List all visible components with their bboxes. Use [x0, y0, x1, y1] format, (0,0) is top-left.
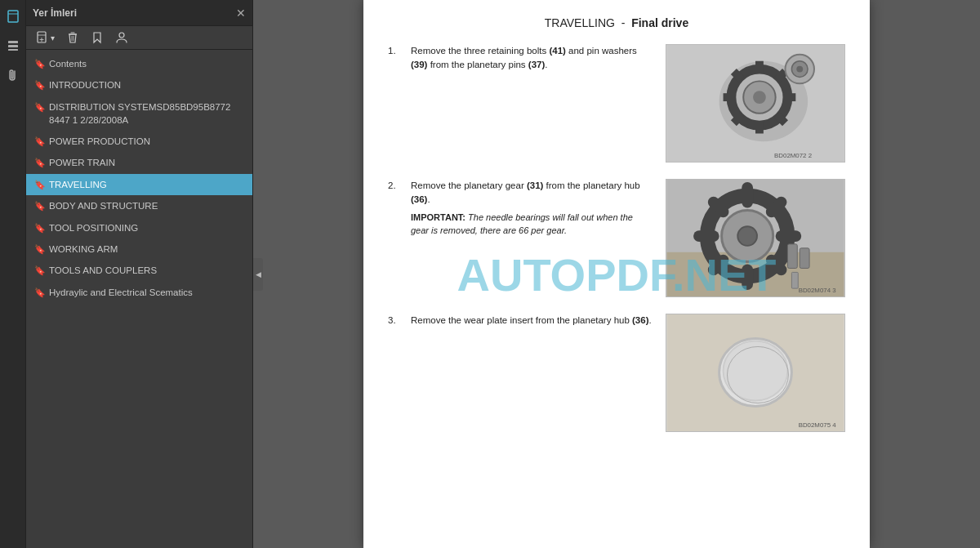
sidebar-item-power-production[interactable]: 🔖 POWER PRODUCTION — [26, 131, 252, 152]
sidebar-item-tool-positioning[interactable]: 🔖 TOOL POSITIONING — [26, 217, 252, 238]
page-title-text: TRAVELLING — [545, 16, 615, 29]
sidebar-item-introduction[interactable]: 🔖 INTRODUCTION — [26, 74, 252, 96]
bookmark-sidebar-icon[interactable] — [3, 7, 23, 26]
sidebar-item-contents[interactable]: 🔖 Contents — [26, 53, 252, 74]
person-button[interactable] — [112, 29, 131, 46]
sidebar-item-label: Hydraylic and Electrical Scematics — [49, 286, 246, 299]
svg-line-41 — [772, 203, 782, 212]
svg-rect-44 — [791, 272, 798, 288]
sidebar-item-label: TRAVELLING — [49, 178, 246, 191]
page-title: TRAVELLING - Final drive — [388, 16, 845, 29]
doc-image-block-2: BD02M074 3 — [666, 179, 845, 297]
step-num-2: 2. — [388, 179, 404, 241]
collapse-arrow-icon: ◀ — [256, 270, 261, 278]
svg-rect-3 — [8, 45, 18, 47]
svg-rect-42 — [787, 244, 797, 269]
step-important-2: IMPORTANT: The needle bearings will fall… — [411, 211, 653, 238]
sidebar-item-label: TOOL POSITIONING — [49, 221, 246, 234]
image-label-2: BD02M074 3 — [799, 287, 837, 294]
sidebar-list: 🔖 Contents 🔖 INTRODUCTION 🔖 DISTRIBUTION… — [26, 50, 252, 548]
svg-rect-2 — [8, 41, 18, 43]
sidebar-collapse-button[interactable]: ◀ — [253, 258, 263, 291]
sidebar-item-body-structure[interactable]: 🔖 BODY AND STRUCTURE — [26, 195, 252, 216]
step-num-3: 3. — [388, 314, 404, 331]
svg-rect-0 — [8, 11, 18, 22]
sidebar-close-button[interactable]: ✕ — [236, 7, 246, 20]
sidebar-item-hydraulic[interactable]: 🔖 Hydraylic and Electrical Scematics — [26, 282, 252, 303]
sidebar-item-label: POWER PRODUCTION — [49, 135, 246, 148]
svg-line-25 — [777, 72, 786, 80]
doc-text-2: 2. Remove the planetary gear (31) from t… — [388, 179, 653, 241]
svg-line-40 — [714, 261, 724, 270]
doc-text-3: 3. Remove the wear plate insert from the… — [388, 314, 653, 331]
doc-image-1: BD02M072 2 — [666, 44, 845, 163]
bookmark-icon-travelling: 🔖 — [34, 179, 44, 191]
svg-point-28 — [796, 66, 803, 73]
gear-svg-2: BD02M074 3 — [666, 180, 844, 296]
step-text-2: Remove the planetary gear (31) from the … — [411, 179, 653, 207]
gear-svg-1: BD02M072 2 — [666, 45, 844, 162]
doc-image-2: BD02M074 3 — [666, 179, 845, 297]
sidebar-title: Yer İmleri — [33, 7, 77, 19]
svg-rect-43 — [800, 248, 809, 269]
sidebar-item-label: DISTRIBUTION SYSTEMSD85BD95B8772 8447 1 … — [49, 100, 246, 127]
attachment-sidebar-icon[interactable] — [3, 65, 23, 85]
image-label-3: BD02M075 4 — [799, 421, 837, 429]
svg-line-23 — [777, 115, 786, 123]
doc-image-block-1: BD02M072 2 — [666, 44, 845, 163]
sidebar-item-label: WORKING ARM — [49, 243, 246, 256]
svg-point-17 — [753, 91, 766, 104]
bookmark-button[interactable] — [87, 29, 107, 46]
sidebar-item-label: BODY AND STRUCTURE — [49, 199, 246, 212]
icon-bar — [0, 0, 26, 548]
doc-image-3: BD02M075 4 — [666, 314, 845, 432]
doc-text-1: 1. Remove the three retaining bolts (41)… — [388, 44, 653, 76]
doc-section-3: 3. Remove the wear plate insert from the… — [388, 314, 845, 432]
delete-bookmark-button[interactable] — [63, 29, 82, 46]
svg-point-12 — [119, 33, 124, 38]
doc-section-2: 2. Remove the planetary gear (31) from t… — [388, 179, 845, 297]
sidebar-header: Yer İmleri ✕ — [26, 0, 252, 26]
sidebar-item-working-arm[interactable]: 🔖 WORKING ARM — [26, 238, 252, 260]
svg-line-24 — [733, 115, 742, 123]
bookmark-icon-body-structure: 🔖 — [34, 200, 44, 212]
bookmark-icon-working-arm: 🔖 — [34, 243, 44, 256]
doc-image-block-3: BD02M075 4 — [666, 314, 845, 432]
layers-sidebar-icon[interactable] — [3, 36, 23, 56]
bookmark-icon-hydraulic: 🔖 — [34, 287, 44, 299]
sidebar-item-travelling[interactable]: 🔖 TRAVELLING — [26, 174, 252, 195]
step-text-1: Remove the three retaining bolts (41) an… — [411, 44, 653, 73]
bookmark-icon-distribution: 🔖 — [34, 101, 44, 114]
sidebar-wrapper: Yer İmleri ✕ ▾ — [26, 0, 253, 548]
sidebar-panel: Yer İmleri ✕ ▾ — [26, 0, 253, 548]
sidebar-item-label: INTRODUCTION — [49, 78, 246, 91]
svg-rect-4 — [8, 49, 18, 51]
sidebar-toolbar: ▾ — [26, 26, 252, 50]
bookmark-icon-introduction: 🔖 — [34, 79, 44, 91]
svg-point-33 — [737, 226, 757, 246]
step-num-1: 1. — [388, 44, 404, 76]
bookmark-icon-power-train: 🔖 — [34, 157, 44, 169]
svg-line-39 — [772, 261, 782, 270]
svg-line-38 — [714, 203, 724, 212]
svg-line-22 — [733, 72, 742, 80]
step-text-3: Remove the wear plate insert from the pl… — [411, 314, 653, 327]
gear-svg-3: BD02M075 4 — [666, 314, 844, 431]
sidebar-item-label: Contents — [49, 57, 246, 70]
bookmark-icon-tool-positioning: 🔖 — [34, 222, 44, 234]
sidebar-item-distribution[interactable]: 🔖 DISTRIBUTION SYSTEMSD85BD95B8772 8447 … — [26, 96, 252, 131]
main-content: AUTOPDF.NET TRAVELLING - Final drive 1. … — [253, 0, 980, 548]
sidebar-item-label: POWER TRAIN — [49, 156, 246, 169]
page-subtitle-text: Final drive — [631, 16, 688, 29]
document-page: TRAVELLING - Final drive 1. Remove the t… — [363, 0, 870, 548]
sidebar-item-tools-couplers[interactable]: 🔖 TOOLS AND COUPLERS — [26, 260, 252, 281]
sidebar-item-label: TOOLS AND COUPLERS — [49, 264, 246, 277]
bookmark-icon-power-production: 🔖 — [34, 136, 44, 148]
bookmark-icon-tools-couplers: 🔖 — [34, 265, 44, 277]
doc-section-1: 1. Remove the three retaining bolts (41)… — [388, 44, 845, 163]
sidebar-item-power-train[interactable]: 🔖 POWER TRAIN — [26, 152, 252, 173]
add-dropdown-arrow[interactable]: ▾ — [51, 33, 55, 42]
bookmark-icon-contents: 🔖 — [34, 58, 44, 70]
add-bookmark-button[interactable]: ▾ — [33, 29, 58, 46]
image-label-1: BD02M072 2 — [774, 152, 812, 159]
